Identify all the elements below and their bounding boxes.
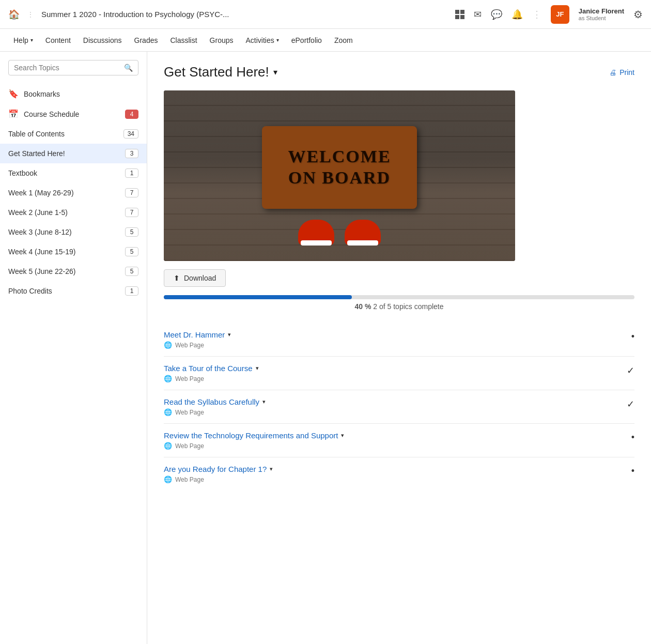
nav-help[interactable]: Help ▾ — [8, 32, 38, 49]
welcome-mat: WELCOMEON BOARD — [262, 126, 417, 209]
sidebar-item-schedule-left: 📅 Course Schedule — [8, 109, 79, 119]
topic-meta: 🌐 Web Page — [164, 341, 631, 349]
main-layout: 🔍 🔖 Bookmarks 📅 Course Schedule 4 Table … — [0, 52, 651, 644]
sidebar-item-week3-left: Week 3 (June 8-12) — [8, 228, 72, 236]
sidebar-item-bookmarks-left: 🔖 Bookmarks — [8, 89, 60, 99]
globe-icon: 🌐 — [164, 476, 172, 483]
globe-icon: 🌐 — [164, 341, 172, 349]
top-bar: 🏠 ⋮ Summer 1 2020 - Introduction to Psyc… — [0, 0, 651, 29]
globe-icon: 🌐 — [164, 375, 172, 382]
topic-chevron-icon: ▾ — [256, 365, 259, 372]
download-icon: ⬆ — [174, 274, 180, 282]
nav-bar: Help ▾ Content Discussions Grades Classl… — [0, 29, 651, 52]
search-box[interactable]: 🔍 — [8, 60, 138, 75]
nav-discussions[interactable]: Discussions — [78, 32, 127, 49]
textbook-badge: 1 — [125, 168, 138, 178]
topic-left: Meet Dr. Hammer ▾ 🌐 Web Page — [164, 330, 631, 349]
photo-credits-badge: 1 — [125, 286, 138, 296]
sidebar: 🔍 🔖 Bookmarks 📅 Course Schedule 4 Table … — [0, 52, 147, 644]
progress-bar-container — [164, 295, 634, 299]
topic-left: Review the Technology Requirements and S… — [164, 431, 631, 450]
chat-icon[interactable]: 💬 — [491, 9, 502, 20]
sidebar-item-toc[interactable]: Table of Contents 34 — [0, 124, 147, 144]
globe-icon: 🌐 — [164, 408, 172, 416]
print-button[interactable]: 🖨 Print — [609, 68, 634, 76]
content-header: Get Started Here! ▾ 🖨 Print — [164, 64, 634, 80]
nav-eportfolio[interactable]: ePortfolio — [286, 32, 327, 49]
sidebar-item-week2[interactable]: Week 2 (June 1-5) 7 — [0, 203, 147, 222]
sidebar-item-textbook-left: Textbook — [8, 169, 37, 177]
topic-status: • — [631, 431, 634, 443]
topic-chevron-icon: ▾ — [341, 432, 344, 439]
sidebar-item-textbook[interactable]: Textbook 1 — [0, 163, 147, 183]
topic-status: • — [631, 330, 634, 342]
globe-icon: 🌐 — [164, 442, 172, 450]
sidebar-item-week1-left: Week 1 (May 26-29) — [8, 189, 74, 197]
topic-title[interactable]: Take a Tour of the Course ▾ — [164, 364, 627, 373]
sidebar-item-week4-left: Week 4 (June 15-19) — [8, 248, 75, 256]
shoe-right — [345, 220, 381, 246]
nav-classlist[interactable]: Classlist — [165, 32, 202, 49]
week1-badge: 7 — [125, 188, 138, 197]
topic-status: ✓ — [627, 397, 634, 410]
nav-content[interactable]: Content — [40, 32, 76, 49]
gear-icon[interactable]: ⚙ — [633, 8, 643, 21]
welcome-image-inner: WELCOMEON BOARD — [164, 90, 515, 261]
nav-activities[interactable]: Activities ▾ — [241, 32, 284, 49]
top-bar-separator: ⋮ — [532, 9, 541, 20]
sidebar-item-week5[interactable]: Week 5 (June 22-26) 5 — [0, 262, 147, 281]
topic-item: Take a Tour of the Course ▾ 🌐 Web Page ✓ — [164, 357, 634, 390]
search-icon: 🔍 — [124, 64, 133, 72]
topic-left: Take a Tour of the Course ▾ 🌐 Web Page — [164, 364, 627, 382]
sidebar-item-get-started[interactable]: Get Started Here! 3 — [0, 144, 147, 163]
sidebar-item-toc-left: Table of Contents — [8, 130, 65, 138]
content-title: Get Started Here! ▾ — [164, 64, 277, 80]
get-started-badge: 3 — [125, 149, 138, 158]
avatar[interactable]: JF — [551, 5, 569, 24]
topic-chevron-icon: ▾ — [270, 466, 273, 472]
topic-item: Read the Syllabus Carefully ▾ 🌐 Web Page… — [164, 390, 634, 424]
mail-icon[interactable]: ✉ — [474, 9, 482, 20]
topic-title[interactable]: Meet Dr. Hammer ▾ — [164, 330, 631, 339]
topic-title[interactable]: Are you Ready for Chapter 1? ▾ — [164, 465, 631, 473]
sidebar-item-week3[interactable]: Week 3 (June 8-12) 5 — [0, 222, 147, 242]
welcome-mat-text: WELCOMEON BOARD — [288, 146, 391, 189]
search-input[interactable] — [14, 64, 120, 72]
topic-status: • — [631, 465, 634, 477]
topic-title[interactable]: Read the Syllabus Carefully ▾ — [164, 397, 627, 406]
home-icon[interactable]: 🏠 — [8, 9, 20, 20]
nav-zoom[interactable]: Zoom — [329, 32, 358, 49]
grid-icon[interactable] — [455, 10, 464, 19]
nav-groups[interactable]: Groups — [205, 32, 239, 49]
bell-icon[interactable]: 🔔 — [512, 9, 523, 20]
progress-bar-fill — [164, 295, 352, 299]
course-title: Summer 1 2020 - Introduction to Psycholo… — [41, 10, 229, 19]
user-name: Janice Florent — [579, 7, 624, 15]
bookmark-icon: 🔖 — [8, 89, 19, 99]
download-button[interactable]: ⬆ Download — [164, 269, 226, 287]
sidebar-item-gs-left: Get Started Here! — [8, 149, 65, 158]
sidebar-item-photo-left: Photo Credits — [8, 287, 52, 295]
sidebar-item-bookmarks[interactable]: 🔖 Bookmarks — [0, 84, 147, 104]
toc-badge: 34 — [123, 129, 138, 139]
topic-chevron-icon: ▾ — [228, 331, 231, 338]
week2-badge: 7 — [125, 208, 138, 217]
topic-meta: 🌐 Web Page — [164, 408, 627, 416]
calendar-icon: 📅 — [8, 109, 19, 119]
sidebar-item-photo-credits[interactable]: Photo Credits 1 — [0, 281, 147, 301]
topic-meta: 🌐 Web Page — [164, 442, 631, 450]
week5-badge: 5 — [125, 267, 138, 276]
nav-grades[interactable]: Grades — [129, 32, 163, 49]
course-schedule-badge: 4 — [125, 110, 138, 119]
week4-badge: 5 — [125, 247, 138, 256]
topic-title[interactable]: Review the Technology Requirements and S… — [164, 431, 631, 440]
sidebar-item-course-schedule[interactable]: 📅 Course Schedule 4 — [0, 104, 147, 124]
topic-meta: 🌐 Web Page — [164, 375, 627, 382]
topic-left: Read the Syllabus Carefully ▾ 🌐 Web Page — [164, 397, 627, 416]
sidebar-item-week4[interactable]: Week 4 (June 15-19) 5 — [0, 242, 147, 262]
sidebar-item-week1[interactable]: Week 1 (May 26-29) 7 — [0, 183, 147, 203]
welcome-image: WELCOMEON BOARD — [164, 90, 515, 261]
week3-badge: 5 — [125, 227, 138, 237]
topic-left: Are you Ready for Chapter 1? ▾ 🌐 Web Pag… — [164, 465, 631, 483]
sidebar-item-week2-left: Week 2 (June 1-5) — [8, 208, 68, 217]
